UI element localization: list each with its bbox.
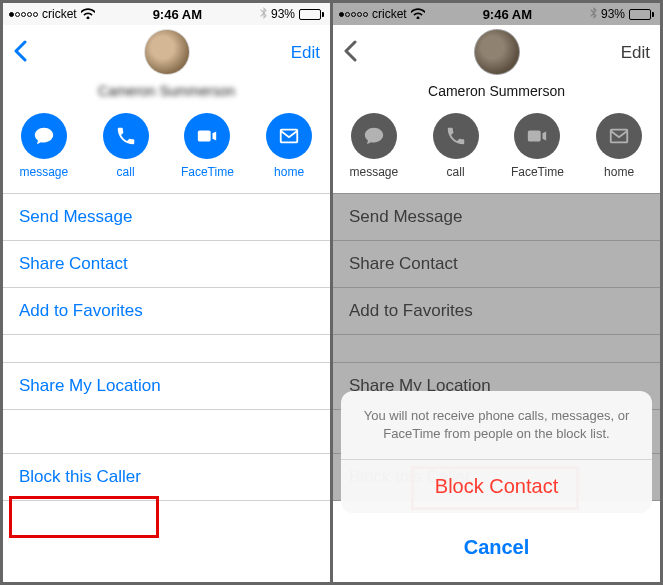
action-label: message [350,165,399,179]
carrier-label: cricket [42,7,77,21]
wifi-icon [411,7,425,22]
wifi-icon [81,7,95,22]
action-sheet: You will not receive phone calls, messag… [341,391,652,574]
action-label: call [447,165,465,179]
quick-actions: message call FaceTime home [333,107,660,194]
action-message: message [339,113,409,179]
action-call[interactable]: call [91,113,161,179]
status-bar: cricket 9:46 AM 93% [333,3,660,25]
action-label: home [604,165,634,179]
menu-list: Send Message Share Contact Add to Favori… [3,194,330,501]
block-contact-button[interactable]: Block Contact [341,460,652,513]
mail-icon [596,113,642,159]
battery-icon [629,9,654,20]
phone-icon [433,113,479,159]
signal-icon [339,12,368,17]
cancel-button[interactable]: Cancel [341,521,652,574]
action-label: message [20,165,69,179]
nav-bar: Edit [3,25,330,81]
spacer [3,335,330,363]
bluetooth-icon [590,7,597,21]
action-message[interactable]: message [9,113,79,179]
phone-icon [103,113,149,159]
nav-bar: Edit [333,25,660,81]
contact-name: Cameron Summerson [333,81,660,107]
screen-contact-detail: cricket 9:46 AM 93% Edit Cameron Summers… [3,3,330,582]
menu-add-favorites[interactable]: Add to Favorites [3,288,330,335]
battery-icon [299,9,324,20]
status-bar: cricket 9:46 AM 93% [3,3,330,25]
bluetooth-icon [260,7,267,21]
action-home[interactable]: home [254,113,324,179]
action-call: call [421,113,491,179]
annotation-highlight [9,496,159,538]
video-icon [184,113,230,159]
menu-add-favorites: Add to Favorites [333,288,660,335]
carrier-label: cricket [372,7,407,21]
sheet-message: You will not receive phone calls, messag… [341,391,652,460]
contact-avatar [474,29,520,75]
action-label: FaceTime [181,165,234,179]
battery-pct: 93% [601,7,625,21]
spacer [333,335,660,363]
clock: 9:46 AM [483,7,532,22]
contact-name: Cameron Summerson [3,81,330,107]
quick-actions: message call FaceTime home [3,107,330,194]
action-label: FaceTime [511,165,564,179]
action-facetime: FaceTime [502,113,572,179]
menu-send-message[interactable]: Send Message [3,194,330,241]
video-icon [514,113,560,159]
edit-button[interactable]: Edit [291,43,320,63]
message-icon [351,113,397,159]
action-home: home [584,113,654,179]
back-button[interactable] [13,37,27,69]
contact-avatar[interactable] [144,29,190,75]
mail-icon [266,113,312,159]
menu-block-caller[interactable]: Block this Caller [3,454,330,501]
signal-icon [9,12,38,17]
screen-block-confirm: cricket 9:46 AM 93% Edit Cameron Summers… [333,3,660,582]
action-facetime[interactable]: FaceTime [172,113,242,179]
menu-share-contact: Share Contact [333,241,660,288]
edit-button: Edit [621,43,650,63]
menu-share-contact[interactable]: Share Contact [3,241,330,288]
action-label: call [117,165,135,179]
back-button[interactable] [343,37,357,69]
action-label: home [274,165,304,179]
clock: 9:46 AM [153,7,202,22]
battery-pct: 93% [271,7,295,21]
spacer [3,410,330,454]
menu-send-message: Send Message [333,194,660,241]
message-icon [21,113,67,159]
menu-share-location[interactable]: Share My Location [3,363,330,410]
